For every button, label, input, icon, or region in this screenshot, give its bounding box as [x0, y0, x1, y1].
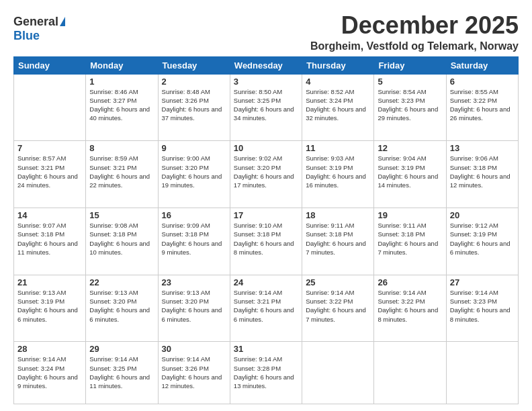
- header-friday: Friday: [374, 56, 446, 74]
- weekday-header-row: Sunday Monday Tuesday Wednesday Thursday…: [14, 56, 519, 74]
- table-row: 4Sunrise: 8:52 AMSunset: 3:24 PMDaylight…: [302, 74, 374, 141]
- day-info: Sunrise: 9:04 AMSunset: 3:19 PMDaylight:…: [378, 154, 442, 189]
- calendar-page: General Blue December 2025 Borgheim, Ves…: [0, 0, 532, 411]
- table-row: 17Sunrise: 9:10 AMSunset: 3:18 PMDayligh…: [230, 208, 302, 275]
- table-row: 30Sunrise: 9:14 AMSunset: 3:26 PMDayligh…: [158, 342, 230, 404]
- table-row: 18Sunrise: 9:11 AMSunset: 3:18 PMDayligh…: [302, 208, 374, 275]
- table-row: 2Sunrise: 8:48 AMSunset: 3:26 PMDaylight…: [158, 74, 230, 141]
- day-number: 4: [306, 77, 370, 87]
- day-info: Sunrise: 9:11 AMSunset: 3:18 PMDaylight:…: [378, 221, 442, 257]
- day-info: Sunrise: 8:54 AMSunset: 3:23 PMDaylight:…: [378, 87, 442, 123]
- day-number: 25: [306, 277, 370, 287]
- day-number: 23: [162, 277, 226, 287]
- table-row: 6Sunrise: 8:55 AMSunset: 3:22 PMDaylight…: [446, 74, 518, 141]
- table-row: 28Sunrise: 9:14 AMSunset: 3:24 PMDayligh…: [14, 342, 86, 404]
- header-sunday: Sunday: [14, 56, 86, 74]
- table-row: 21Sunrise: 9:13 AMSunset: 3:19 PMDayligh…: [14, 275, 86, 342]
- table-row: 20Sunrise: 9:12 AMSunset: 3:19 PMDayligh…: [446, 208, 518, 275]
- logo-general-text: General: [13, 15, 58, 29]
- table-row: [374, 342, 446, 404]
- day-number: 12: [378, 143, 442, 153]
- day-info: Sunrise: 9:08 AMSunset: 3:18 PMDaylight:…: [89, 221, 154, 257]
- day-info: Sunrise: 9:09 AMSunset: 3:18 PMDaylight:…: [162, 221, 226, 257]
- day-info: Sunrise: 8:48 AMSunset: 3:26 PMDaylight:…: [162, 87, 226, 123]
- day-number: 8: [89, 143, 154, 153]
- day-number: 20: [450, 210, 515, 220]
- day-info: Sunrise: 9:13 AMSunset: 3:20 PMDaylight:…: [89, 288, 154, 324]
- day-info: Sunrise: 9:14 AMSunset: 3:22 PMDaylight:…: [378, 288, 442, 324]
- table-row: 8Sunrise: 8:59 AMSunset: 3:21 PMDaylight…: [86, 141, 158, 208]
- day-info: Sunrise: 8:50 AMSunset: 3:25 PMDaylight:…: [234, 87, 298, 123]
- day-info: Sunrise: 9:14 AMSunset: 3:21 PMDaylight:…: [234, 288, 298, 324]
- day-number: 19: [378, 210, 442, 220]
- day-info: Sunrise: 9:14 AMSunset: 3:25 PMDaylight:…: [89, 355, 154, 390]
- day-number: 24: [234, 277, 298, 287]
- day-number: 1: [89, 77, 154, 87]
- day-info: Sunrise: 9:13 AMSunset: 3:19 PMDaylight:…: [17, 288, 82, 324]
- logo-triangle-icon: [60, 17, 65, 26]
- logo-blue-text: Blue: [13, 29, 40, 43]
- day-number: 7: [17, 143, 82, 153]
- table-row: 12Sunrise: 9:04 AMSunset: 3:19 PMDayligh…: [374, 141, 446, 208]
- table-row: 19Sunrise: 9:11 AMSunset: 3:18 PMDayligh…: [374, 208, 446, 275]
- table-row: 10Sunrise: 9:02 AMSunset: 3:20 PMDayligh…: [230, 141, 302, 208]
- location-text: Borgheim, Vestfold og Telemark, Norway: [310, 40, 519, 52]
- day-number: 14: [17, 210, 82, 220]
- day-info: Sunrise: 9:10 AMSunset: 3:18 PMDaylight:…: [234, 221, 298, 257]
- day-info: Sunrise: 8:57 AMSunset: 3:21 PMDaylight:…: [17, 154, 82, 189]
- day-info: Sunrise: 9:13 AMSunset: 3:20 PMDaylight:…: [162, 288, 226, 324]
- table-row: 22Sunrise: 9:13 AMSunset: 3:20 PMDayligh…: [86, 275, 158, 342]
- header-thursday: Thursday: [302, 56, 374, 74]
- day-info: Sunrise: 9:14 AMSunset: 3:24 PMDaylight:…: [17, 355, 82, 390]
- day-number: 15: [89, 210, 154, 220]
- day-number: 6: [450, 77, 515, 87]
- table-row: 3Sunrise: 8:50 AMSunset: 3:25 PMDaylight…: [230, 74, 302, 141]
- day-info: Sunrise: 9:03 AMSunset: 3:19 PMDaylight:…: [306, 154, 370, 189]
- day-number: 18: [306, 210, 370, 220]
- day-info: Sunrise: 8:55 AMSunset: 3:22 PMDaylight:…: [450, 87, 515, 123]
- table-row: [446, 342, 518, 404]
- header-tuesday: Tuesday: [158, 56, 230, 74]
- day-number: 2: [162, 77, 226, 87]
- day-number: 21: [17, 277, 82, 287]
- day-info: Sunrise: 9:00 AMSunset: 3:20 PMDaylight:…: [162, 154, 226, 189]
- day-info: Sunrise: 9:11 AMSunset: 3:18 PMDaylight:…: [306, 221, 370, 257]
- day-number: 11: [306, 143, 370, 153]
- day-info: Sunrise: 9:12 AMSunset: 3:19 PMDaylight:…: [450, 221, 515, 257]
- logo: General Blue: [13, 15, 65, 43]
- day-number: 10: [234, 143, 298, 153]
- day-number: 22: [89, 277, 154, 287]
- day-number: 17: [234, 210, 298, 220]
- calendar-table: Sunday Monday Tuesday Wednesday Thursday…: [13, 56, 519, 404]
- table-row: [14, 74, 86, 141]
- day-info: Sunrise: 9:14 AMSunset: 3:23 PMDaylight:…: [450, 288, 515, 324]
- day-info: Sunrise: 9:02 AMSunset: 3:20 PMDaylight:…: [234, 154, 298, 189]
- day-number: 13: [450, 143, 515, 153]
- table-row: 23Sunrise: 9:13 AMSunset: 3:20 PMDayligh…: [158, 275, 230, 342]
- table-row: 15Sunrise: 9:08 AMSunset: 3:18 PMDayligh…: [86, 208, 158, 275]
- table-row: 25Sunrise: 9:14 AMSunset: 3:22 PMDayligh…: [302, 275, 374, 342]
- table-row: 13Sunrise: 9:06 AMSunset: 3:18 PMDayligh…: [446, 141, 518, 208]
- day-info: Sunrise: 8:46 AMSunset: 3:27 PMDaylight:…: [89, 87, 154, 123]
- day-number: 27: [450, 277, 515, 287]
- table-row: 1Sunrise: 8:46 AMSunset: 3:27 PMDaylight…: [86, 74, 158, 141]
- day-info: Sunrise: 9:14 AMSunset: 3:28 PMDaylight:…: [234, 355, 298, 390]
- table-row: 26Sunrise: 9:14 AMSunset: 3:22 PMDayligh…: [374, 275, 446, 342]
- day-number: 29: [89, 344, 154, 354]
- header: General Blue December 2025 Borgheim, Ves…: [13, 12, 519, 52]
- table-row: 5Sunrise: 8:54 AMSunset: 3:23 PMDaylight…: [374, 74, 446, 141]
- table-row: 7Sunrise: 8:57 AMSunset: 3:21 PMDaylight…: [14, 141, 86, 208]
- table-row: 27Sunrise: 9:14 AMSunset: 3:23 PMDayligh…: [446, 275, 518, 342]
- header-monday: Monday: [86, 56, 158, 74]
- day-info: Sunrise: 9:14 AMSunset: 3:26 PMDaylight:…: [162, 355, 226, 390]
- day-number: 31: [234, 344, 298, 354]
- month-title: December 2025: [310, 12, 519, 39]
- table-row: 31Sunrise: 9:14 AMSunset: 3:28 PMDayligh…: [230, 342, 302, 404]
- table-row: 11Sunrise: 9:03 AMSunset: 3:19 PMDayligh…: [302, 141, 374, 208]
- day-number: 16: [162, 210, 226, 220]
- header-wednesday: Wednesday: [230, 56, 302, 74]
- day-number: 5: [378, 77, 442, 87]
- table-row: 14Sunrise: 9:07 AMSunset: 3:18 PMDayligh…: [14, 208, 86, 275]
- table-row: 24Sunrise: 9:14 AMSunset: 3:21 PMDayligh…: [230, 275, 302, 342]
- table-row: 9Sunrise: 9:00 AMSunset: 3:20 PMDaylight…: [158, 141, 230, 208]
